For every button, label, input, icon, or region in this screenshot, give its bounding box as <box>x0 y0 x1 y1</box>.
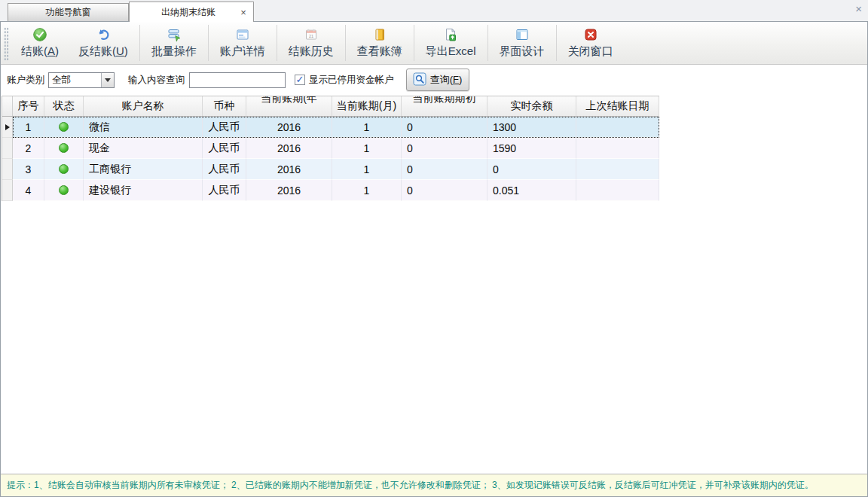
col-header-period-month[interactable]: 当前账期(月) <box>332 96 402 116</box>
table-row[interactable]: 3 工商银行 人民币 2016 1 0 0 <box>2 159 659 180</box>
tab-close-icon[interactable]: × <box>234 7 253 18</box>
account-details-label: 账户详情 <box>220 44 265 59</box>
cell-status <box>44 117 84 138</box>
col-header-period-opening[interactable]: 当前账期期初 <box>402 96 487 116</box>
checkbox-check-icon[interactable]: ✓ <box>295 75 305 85</box>
cell-period-month: 1 <box>332 138 402 159</box>
col-header-account-name[interactable]: 账户名称 <box>84 96 203 116</box>
table-row[interactable]: 2 现金 人民币 2016 1 0 1590 <box>2 138 659 159</box>
cell-status <box>44 138 84 159</box>
batch-operation-button[interactable]: 批量操作 <box>142 22 206 64</box>
row-selector-gutter <box>2 138 13 159</box>
category-dropdown[interactable]: 全部 <box>48 72 115 88</box>
view-ledger-label: 查看账簿 <box>357 44 402 59</box>
close-window-button[interactable]: 关闭窗口 <box>558 22 623 64</box>
cell-account-name: 建设银行 <box>84 180 203 201</box>
toolbar-grip-handle[interactable] <box>4 27 9 60</box>
filter-bar: 账户类别 全部 输入内容查询 ✓ 显示已停用资金帐户 查询(F) <box>1 65 867 95</box>
cell-seq: 1 <box>13 117 44 138</box>
cell-period-month: 1 <box>332 180 402 201</box>
row-selector-gutter <box>2 180 13 201</box>
accounts-table: 序号 状态 账户名称 币种 当前账期(年 当前账期(月) 当前账期期初 实时余额… <box>2 96 659 201</box>
cell-period-month: 1 <box>332 117 402 138</box>
col-header-status[interactable]: 状态 <box>44 96 84 116</box>
cell-period-opening: 0 <box>402 117 487 138</box>
toolbar-separator <box>139 25 140 61</box>
col-header-currency[interactable]: 币种 <box>203 96 246 116</box>
cell-status <box>44 180 84 201</box>
search-label: 输入内容查询 <box>128 74 185 87</box>
view-ledger-button[interactable]: 查看账簿 <box>347 22 412 64</box>
closing-history-label: 结账历史 <box>289 44 334 59</box>
tab-cashier-closing[interactable]: 出纳期末结账 × <box>129 2 254 22</box>
batch-operation-label: 批量操作 <box>151 44 197 59</box>
toolbar-separator <box>277 25 277 61</box>
cell-last-close-date <box>576 138 659 159</box>
tab-function-nav[interactable]: 功能导航窗 <box>8 3 129 21</box>
cell-period-month: 1 <box>332 159 402 180</box>
cell-currency: 人民币 <box>203 159 246 180</box>
header-gutter <box>2 96 13 116</box>
svg-text:21: 21 <box>309 34 313 38</box>
cell-seq: 3 <box>13 159 44 180</box>
status-enabled-icon <box>59 143 69 153</box>
cell-period-year: 2016 <box>246 159 332 180</box>
row-selector-gutter <box>2 117 13 138</box>
status-enabled-icon <box>59 122 69 132</box>
main-panel: 结账(A) 反结账(U) 批量操作 <box>0 21 868 497</box>
magnifier-icon <box>413 72 426 88</box>
cell-seq: 2 <box>13 138 44 159</box>
status-enabled-icon <box>59 185 69 195</box>
cell-account-name: 微信 <box>84 117 203 138</box>
col-header-seq[interactable]: 序号 <box>13 96 44 116</box>
close-window-label: 关闭窗口 <box>568 44 613 59</box>
search-input[interactable] <box>189 72 286 88</box>
dropdown-button[interactable] <box>101 73 114 87</box>
row-selector-arrow-icon <box>5 124 10 130</box>
toolbar-separator <box>345 25 346 61</box>
cell-account-name: 现金 <box>84 138 203 159</box>
cell-status <box>44 159 84 180</box>
export-excel-button[interactable]: 导出Excel <box>416 22 486 64</box>
book-icon <box>372 27 387 42</box>
cell-period-opening: 0 <box>402 138 487 159</box>
cell-seq: 4 <box>13 180 44 201</box>
col-header-realtime-balance[interactable]: 实时余额 <box>487 96 576 116</box>
toolbar-separator <box>556 25 557 61</box>
check-circle-icon <box>32 27 47 42</box>
status-enabled-icon <box>59 164 69 174</box>
calendar-icon: 21 <box>304 27 319 42</box>
cell-last-close-date <box>576 180 659 201</box>
toolbar-separator <box>414 25 414 61</box>
col-header-period-year[interactable]: 当前账期(年 <box>246 96 332 116</box>
col-header-last-close-date[interactable]: 上次结账日期 <box>576 96 659 116</box>
cell-period-year: 2016 <box>246 138 332 159</box>
close-period-button[interactable]: 结账(A) <box>11 22 69 64</box>
checkbox-label: 显示已停用资金帐户 <box>309 74 394 87</box>
red-close-icon <box>583 27 598 42</box>
window-close-icon[interactable]: × <box>855 2 862 16</box>
category-label: 账户类别 <box>7 74 44 87</box>
table-row[interactable]: 1 微信 人民币 2016 1 0 1300 <box>2 117 659 138</box>
tab-label: 出纳期末结账 <box>130 6 234 19</box>
close-period-label: 结账(A) <box>21 44 59 59</box>
cell-realtime-balance: 1590 <box>487 138 576 159</box>
layout-panel-icon <box>515 27 530 42</box>
query-button[interactable]: 查询(F) <box>406 69 469 91</box>
cell-period-opening: 0 <box>402 180 487 201</box>
toolbar-separator <box>208 25 209 61</box>
ui-design-label: 界面设计 <box>500 44 545 59</box>
show-disabled-accounts-checkbox[interactable]: ✓ 显示已停用资金帐户 <box>295 74 394 87</box>
table-row[interactable]: 4 建设银行 人民币 2016 1 0 0.051 <box>2 180 659 201</box>
reverse-close-button[interactable]: 反结账(U) <box>69 22 138 64</box>
cell-currency: 人民币 <box>203 138 246 159</box>
ui-design-button[interactable]: 界面设计 <box>490 22 555 64</box>
account-details-button[interactable]: 账户详情 <box>210 22 275 64</box>
category-selected-value: 全部 <box>49 74 101 87</box>
cell-realtime-balance: 1300 <box>487 117 576 138</box>
app-window: 功能导航窗 出纳期末结账 × × 结账(A) <box>0 0 868 497</box>
toolbar-separator <box>487 25 488 61</box>
export-page-icon <box>443 27 458 42</box>
row-selector-gutter <box>2 159 13 180</box>
closing-history-button[interactable]: 21 结账历史 <box>279 22 344 64</box>
